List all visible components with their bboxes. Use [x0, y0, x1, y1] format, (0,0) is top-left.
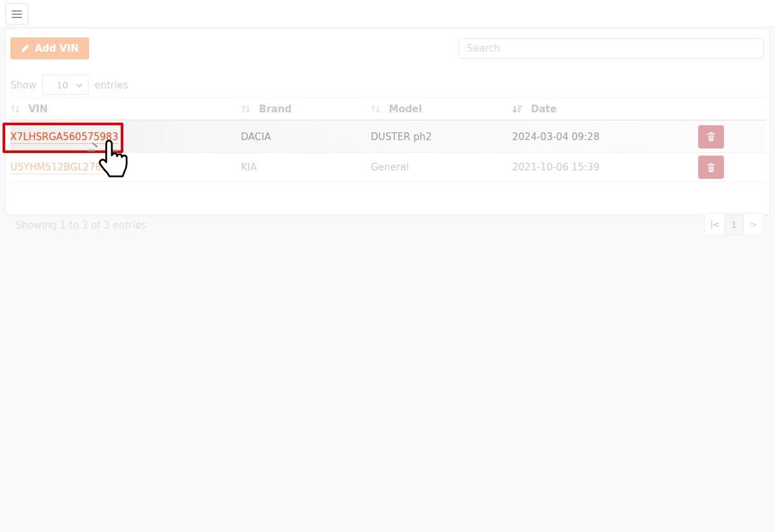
- date-cell: 2021-10-06 15:39: [512, 161, 698, 173]
- sort-icon: [241, 105, 251, 114]
- search-input[interactable]: [459, 38, 764, 59]
- sort-icon: [371, 105, 380, 114]
- sort-desc-icon: [512, 105, 522, 114]
- add-vin-button[interactable]: Add VIN: [10, 37, 89, 59]
- table-row: X7LHSRGA560575983 DACIA DUSTER ph2 2024-…: [10, 121, 765, 153]
- pagination-first-button[interactable]: |<: [705, 214, 725, 235]
- column-header-date[interactable]: Date: [512, 103, 698, 115]
- brand-cell: KIA: [241, 161, 371, 173]
- entries-label: entries: [94, 79, 128, 91]
- pagination: |< 1 >: [705, 213, 764, 236]
- vin-manager-page: Add VIN Show 10 entries VIN: [0, 0, 775, 532]
- table-header-row: VIN Brand Date Model: [10, 97, 765, 121]
- date-cell: 2024-03-04 09:28: [512, 131, 698, 143]
- model-cell: DUSTER ph2: [371, 131, 512, 143]
- column-header-model[interactable]: Date Model: [371, 103, 512, 115]
- table-info-text: Showing 1 to 3 of 3 entries: [16, 220, 146, 231]
- vin-table: VIN Brand Date Model: [10, 97, 765, 182]
- show-label: Show: [10, 79, 36, 91]
- pagination-page-1-button[interactable]: 1: [725, 214, 744, 235]
- column-header-brand[interactable]: Brand: [241, 103, 371, 115]
- trash-icon: [707, 132, 716, 141]
- vin-table-card: Add VIN Show 10 entries VIN: [5, 28, 770, 215]
- brand-cell: DACIA: [241, 131, 371, 143]
- trash-icon: [707, 163, 716, 172]
- vin-link[interactable]: X7LHSRGA560575983: [10, 131, 118, 143]
- page-length-control: Show 10 entries: [10, 75, 128, 95]
- delete-vin-button[interactable]: [698, 125, 724, 148]
- chevron-down-icon: [76, 83, 83, 88]
- top-navbar: [0, 0, 775, 27]
- hamburger-icon: [12, 10, 22, 12]
- pagination-next-button[interactable]: >: [744, 214, 763, 235]
- model-cell: General: [371, 161, 512, 173]
- add-vin-label: Add VIN: [35, 43, 79, 54]
- vin-link[interactable]: U5YHM512BGL276: [10, 161, 101, 173]
- sort-icon: [10, 105, 20, 114]
- delete-vin-button[interactable]: [698, 156, 724, 179]
- table-row: U5YHM512BGL276 KIA General 2021-10-06 15…: [10, 153, 765, 182]
- pencil-icon: [21, 44, 30, 53]
- entries-select[interactable]: 10: [42, 75, 88, 95]
- sidebar-toggle-button[interactable]: [5, 3, 28, 25]
- column-header-vin[interactable]: VIN: [10, 103, 241, 115]
